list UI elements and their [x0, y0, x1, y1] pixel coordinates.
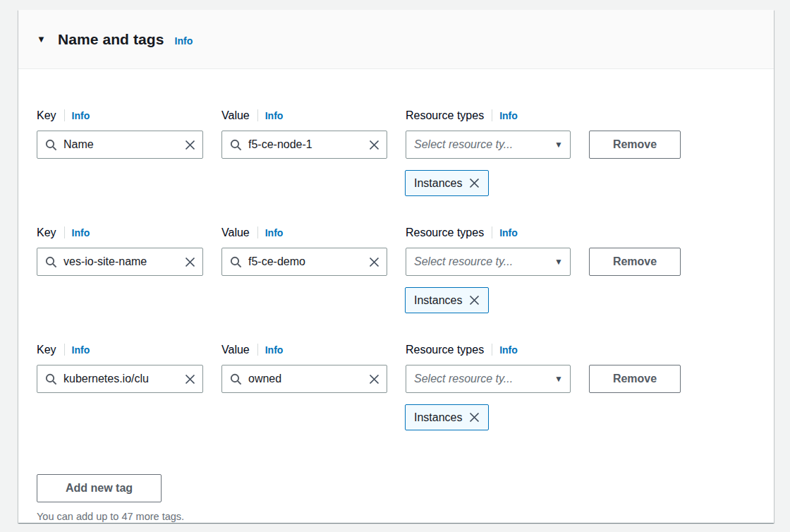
panel-title: Name and tags	[58, 31, 164, 48]
resource-types-info-link[interactable]: Info	[499, 344, 518, 356]
label-divider	[64, 226, 65, 238]
value-info-link[interactable]: Info	[265, 110, 284, 121]
token-line: Instances	[37, 287, 755, 313]
key-input[interactable]	[63, 373, 181, 385]
resource-types-label-line: Resource types Info	[406, 109, 571, 122]
value-field	[221, 131, 387, 159]
key-label-line: Key Info	[37, 109, 203, 122]
token-label: Instances	[414, 411, 462, 424]
resource-type-token: Instances	[405, 404, 489, 430]
value-label: Value	[221, 226, 250, 239]
key-label: Key	[37, 226, 56, 239]
label-divider	[257, 226, 258, 238]
chevron-down-icon: ▼	[554, 257, 563, 267]
tag-row: Key Info Value Info Resource types Info	[37, 109, 755, 196]
select-placeholder: Select resource ty...	[414, 255, 513, 268]
value-label-line: Value Info	[221, 226, 387, 239]
value-label-line: Value Info	[221, 109, 387, 122]
tag-row: Key Info Value Info Resource types Info	[37, 343, 755, 430]
panel-body: Key Info Value Info Resource types Info	[18, 69, 774, 522]
key-input[interactable]	[63, 255, 181, 268]
collapse-caret-icon[interactable]: ▼	[37, 34, 46, 44]
key-field	[37, 248, 203, 276]
key-info-link[interactable]: Info	[72, 227, 90, 238]
remove-button[interactable]: Remove	[589, 131, 681, 159]
value-label: Value	[221, 109, 250, 122]
token-label: Instances	[414, 294, 462, 307]
resource-types-select[interactable]: Select resource ty... ▼	[406, 131, 571, 159]
token-label: Instances	[414, 177, 462, 190]
key-field	[37, 131, 203, 159]
label-divider	[64, 109, 65, 121]
clear-value-icon[interactable]	[369, 140, 379, 150]
search-icon	[45, 139, 57, 151]
clear-key-icon[interactable]	[185, 257, 195, 267]
remove-button[interactable]: Remove	[589, 248, 681, 276]
key-info-link[interactable]: Info	[72, 344, 90, 356]
key-label-line: Key Info	[37, 226, 203, 239]
remove-button[interactable]: Remove	[589, 365, 681, 393]
label-divider	[257, 344, 258, 356]
resource-type-token: Instances	[405, 170, 489, 196]
token-line: Instances	[37, 404, 755, 430]
clear-value-icon[interactable]	[369, 257, 379, 267]
label-divider	[492, 226, 492, 238]
value-field	[221, 248, 387, 276]
value-input[interactable]	[248, 138, 365, 151]
key-label: Key	[37, 344, 56, 356]
add-new-tag-button[interactable]: Add new tag	[37, 474, 162, 502]
select-placeholder: Select resource ty...	[414, 373, 513, 385]
value-label: Value	[221, 344, 250, 356]
key-input[interactable]	[63, 138, 181, 151]
select-placeholder: Select resource ty...	[414, 138, 513, 151]
value-info-link[interactable]: Info	[265, 344, 284, 356]
value-input[interactable]	[248, 373, 365, 385]
key-info-link[interactable]: Info	[72, 110, 90, 121]
token-dismiss-icon[interactable]	[469, 295, 480, 306]
tag-row: Key Info Value Info Resource types Info	[37, 226, 755, 313]
chevron-down-icon: ▼	[554, 140, 563, 150]
token-dismiss-icon[interactable]	[469, 178, 480, 188]
resource-types-select[interactable]: Select resource ty... ▼	[406, 248, 571, 276]
label-divider	[492, 344, 492, 356]
resource-types-select[interactable]: Select resource ty... ▼	[406, 365, 571, 393]
value-input[interactable]	[248, 255, 365, 268]
resource-types-label-line: Resource types Info	[406, 343, 571, 356]
resource-types-info-link[interactable]: Info	[499, 227, 518, 238]
clear-value-icon[interactable]	[369, 374, 379, 385]
key-label: Key	[37, 109, 56, 122]
key-label-line: Key Info	[37, 343, 203, 356]
search-icon	[45, 256, 57, 268]
search-icon	[230, 139, 242, 151]
label-divider	[257, 109, 258, 121]
value-field	[221, 365, 387, 393]
panel-info-link[interactable]: Info	[175, 35, 193, 47]
resource-types-info-link[interactable]: Info	[499, 110, 518, 121]
key-field	[37, 365, 203, 393]
panel-header: ▼ Name and tags Info	[18, 10, 774, 69]
value-info-link[interactable]: Info	[265, 227, 284, 238]
resource-types-label: Resource types	[406, 226, 484, 239]
value-label-line: Value Info	[221, 343, 387, 356]
clear-key-icon[interactable]	[185, 140, 195, 150]
token-dismiss-icon[interactable]	[469, 412, 480, 423]
label-divider	[492, 109, 492, 121]
token-line: Instances	[37, 170, 755, 196]
resource-types-label: Resource types	[406, 344, 484, 356]
resource-types-label-line: Resource types Info	[406, 226, 571, 239]
chevron-down-icon: ▼	[554, 374, 563, 384]
search-icon	[45, 373, 57, 385]
resource-type-token: Instances	[405, 287, 489, 313]
search-icon	[230, 256, 242, 268]
clear-key-icon[interactable]	[185, 374, 195, 385]
tags-remaining-note: You can add up to 47 more tags.	[37, 511, 755, 522]
label-divider	[64, 344, 65, 356]
search-icon	[230, 373, 242, 385]
name-and-tags-panel: ▼ Name and tags Info Key Info Value Info…	[18, 10, 774, 523]
resource-types-label: Resource types	[406, 109, 484, 122]
